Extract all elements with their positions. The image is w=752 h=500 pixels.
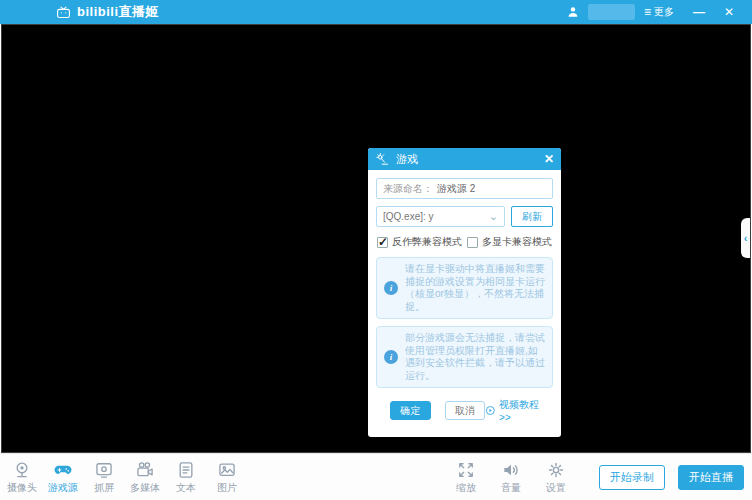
gamepad-icon <box>53 460 73 480</box>
panel-toggle[interactable]: ‹ <box>741 218 750 258</box>
process-dropdown-value: [QQ.exe]: y <box>383 211 434 222</box>
source-label: 文本 <box>176 481 196 495</box>
checkbox-checked-icon: ✓ <box>377 237 388 248</box>
text-icon <box>176 460 196 480</box>
source-name-field[interactable]: 来源命名： 游戏源 2 <box>376 178 553 199</box>
title-bar: bilibili直播姬 ≡ 更多 — ✕ <box>0 0 752 24</box>
source-name-label: 来源命名： <box>383 182 433 196</box>
resize-icon <box>456 460 476 480</box>
source-label: 多媒体 <box>130 481 160 495</box>
app-logo: bilibili直播姬 <box>55 3 159 21</box>
ok-button[interactable]: 确定 <box>390 401 431 420</box>
info-box-gpu: i 请在显卡驱动中将直播姬和需要捕捉的游戏设置为相同显卡运行（核显or独显），不… <box>376 257 553 319</box>
more-label: 更多 <box>654 5 674 19</box>
anticheat-checkbox-label: 反作弊兼容模式 <box>392 235 462 249</box>
screen-capture-icon <box>94 460 114 480</box>
refresh-button[interactable]: 刷新 <box>511 206 553 227</box>
source-game-button[interactable]: 游戏源 <box>47 460 79 495</box>
user-icon[interactable] <box>566 5 580 19</box>
settings-icon <box>546 460 566 480</box>
multigpu-checkbox-label: 多显卡兼容模式 <box>482 235 552 249</box>
source-screen-capture-button[interactable]: 抓屏 <box>88 460 120 495</box>
image-icon <box>217 460 237 480</box>
bottom-bar: 摄像头 游戏源 抓屏 多媒体 <box>0 453 752 500</box>
app-title: bilibili直播姬 <box>77 3 159 21</box>
source-label: 摄像头 <box>7 481 37 495</box>
info-icon: i <box>384 350 398 364</box>
tutorial-link[interactable]: 视频教程>> <box>485 398 549 423</box>
minimize-icon: — <box>693 5 705 19</box>
source-webcam-button[interactable]: 摄像头 <box>6 460 38 495</box>
info-box-admin: i 部分游戏源会无法捕捉，请尝试使用管理员权限打开直播姬,如遇到安全软件拦截，请… <box>376 326 553 388</box>
webcam-icon <box>12 460 32 480</box>
tool-label: 设置 <box>546 481 566 495</box>
source-name-value: 游戏源 2 <box>437 182 475 196</box>
multimedia-icon <box>135 460 155 480</box>
tutorial-link-label: 视频教程>> <box>499 398 549 423</box>
close-icon: ✕ <box>724 5 734 19</box>
source-label: 抓屏 <box>94 481 114 495</box>
settings-button[interactable]: 设置 <box>540 460 572 495</box>
volume-button[interactable]: 音量 <box>495 460 527 495</box>
source-label: 游戏源 <box>48 481 78 495</box>
source-image-button[interactable]: 图片 <box>211 460 243 495</box>
username-blur[interactable] <box>588 4 635 20</box>
source-label: 图片 <box>217 481 237 495</box>
start-record-button[interactable]: 开始录制 <box>599 465 665 490</box>
process-dropdown[interactable]: [QQ.exe]: y ⌄ <box>376 206 505 227</box>
multigpu-checkbox[interactable]: 多显卡兼容模式 <box>467 235 552 249</box>
minimize-button[interactable]: — <box>688 5 710 19</box>
play-circle-icon <box>485 405 496 416</box>
chevron-down-icon: ⌄ <box>489 210 498 223</box>
source-text-button[interactable]: 文本 <box>170 460 202 495</box>
volume-icon <box>501 460 521 480</box>
close-button[interactable]: ✕ <box>718 5 740 19</box>
info-admin-text: 部分游戏源会无法捕捉，请尝试使用管理员权限打开直播姬,如遇到安全软件拦截，请予以… <box>405 332 545 382</box>
info-gpu-text: 请在显卡驱动中将直播姬和需要捕捉的游戏设置为相同显卡运行（核显or独显），不然将… <box>405 263 545 313</box>
cancel-button[interactable]: 取消 <box>445 401 486 420</box>
start-stream-button[interactable]: 开始直播 <box>678 465 744 490</box>
dialog-close-icon[interactable]: ✕ <box>544 152 554 166</box>
chevron-left-icon: ‹ <box>744 232 748 244</box>
dialog-header[interactable]: 游戏 ✕ <box>368 148 561 170</box>
joystick-icon <box>375 152 390 167</box>
tv-logo-icon <box>55 5 72 20</box>
game-source-dialog: 游戏 ✕ 来源命名： 游戏源 2 [QQ.exe]: y ⌄ 刷新 ✓ 反作弊兼… <box>368 148 561 437</box>
hamburger-icon: ≡ <box>644 7 651 17</box>
resize-button[interactable]: 缩放 <box>450 460 482 495</box>
source-multimedia-button[interactable]: 多媒体 <box>129 460 161 495</box>
anticheat-checkbox[interactable]: ✓ 反作弊兼容模式 <box>377 235 462 249</box>
dialog-title: 游戏 <box>396 152 418 167</box>
bottom-right-tools: 缩放 音量 设置 开始录制 开始直播 <box>450 460 744 495</box>
checkbox-unchecked-icon <box>467 237 478 248</box>
source-buttons: 摄像头 游戏源 抓屏 多媒体 <box>6 460 243 495</box>
more-menu[interactable]: ≡ 更多 <box>644 5 674 19</box>
tool-label: 音量 <box>501 481 521 495</box>
tool-label: 缩放 <box>456 481 476 495</box>
info-icon: i <box>384 281 398 295</box>
